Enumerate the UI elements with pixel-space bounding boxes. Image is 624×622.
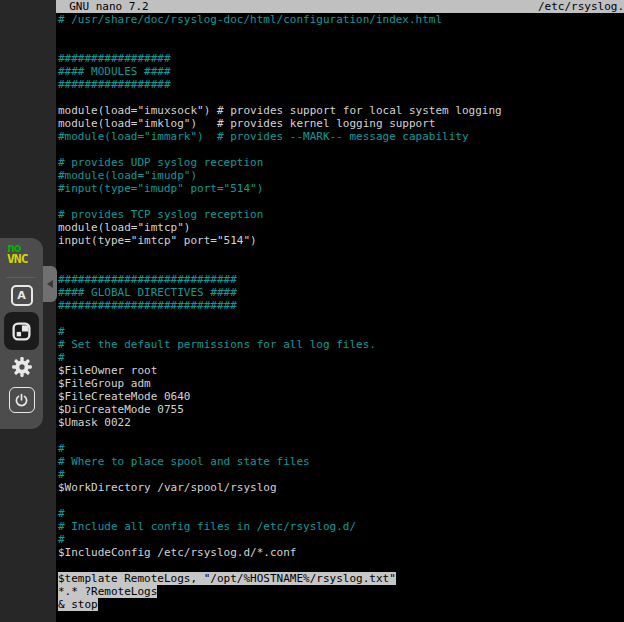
editor-line[interactable] <box>58 195 624 208</box>
vnc-terminal-screen[interactable]: GNU nano 7.2 /etc/rsyslog. # /usr/share/… <box>56 0 624 622</box>
nano-file-path: /etc/rsyslog. <box>538 0 624 13</box>
editor-line[interactable]: #### GLOBAL DIRECTIVES #### <box>58 286 624 299</box>
editor-line[interactable]: #input(type="imudp" port="514") <box>58 182 624 195</box>
power-button-border <box>9 387 35 413</box>
editor-line[interactable]: # <box>58 507 624 520</box>
editor-line[interactable]: # <box>58 468 624 481</box>
editor-line[interactable]: module(load="imklog") # provides kernel … <box>58 117 624 130</box>
editor-line[interactable]: # Where to place spool and state files <box>58 455 624 468</box>
editor-line[interactable]: ########################### <box>58 299 624 312</box>
novnc-control-bar: no VNC A <box>0 238 43 429</box>
gear-icon <box>11 356 33 378</box>
nano-titlebar: GNU nano 7.2 /etc/rsyslog. <box>56 0 624 13</box>
keyboard-button[interactable]: A <box>0 283 43 307</box>
novnc-logo-line2: VNC <box>7 253 27 264</box>
toolbar-collapse-handle[interactable] <box>43 266 57 302</box>
settings-button[interactable] <box>0 355 43 379</box>
editor-line[interactable]: # provides UDP syslog reception <box>58 156 624 169</box>
editor-line[interactable]: module(load="imuxsock") # provides suppo… <box>58 104 624 117</box>
fullscreen-active-background <box>4 312 39 350</box>
editor-line[interactable]: ################# <box>58 78 624 91</box>
editor-line[interactable] <box>58 559 624 572</box>
editor-line[interactable]: # <box>58 351 624 364</box>
editor-line[interactable]: # <box>58 533 624 546</box>
editor-line[interactable]: $Umask 0022 <box>58 416 624 429</box>
editor-line[interactable] <box>58 143 624 156</box>
power-icon <box>13 392 30 409</box>
editor-line[interactable] <box>58 39 624 52</box>
editor-lines: # /usr/share/doc/rsyslog-doc/html/config… <box>56 13 624 611</box>
editor-line[interactable] <box>58 312 624 325</box>
editor-line[interactable]: input(type="imtcp" port="514") <box>58 234 624 247</box>
toolbar-separator <box>6 277 36 278</box>
editor-line[interactable]: #module(load="immark") # provides --MARK… <box>58 130 624 143</box>
editor-line[interactable]: & stop <box>58 598 624 611</box>
editor-line[interactable]: # <box>58 442 624 455</box>
editor-line[interactable] <box>58 429 624 442</box>
editor-line[interactable]: # /usr/share/doc/rsyslog-doc/html/config… <box>58 13 624 26</box>
editor-line[interactable]: $FileOwner root <box>58 364 624 377</box>
fullscreen-button[interactable] <box>0 312 43 350</box>
editor-line[interactable]: module(load="imtcp") <box>58 221 624 234</box>
power-button[interactable] <box>0 386 43 414</box>
editor-line[interactable]: $FileGroup adm <box>58 377 624 390</box>
collapse-arrow-icon <box>47 280 53 288</box>
editor-line[interactable]: $WorkDirectory /var/spool/rsyslog <box>58 481 624 494</box>
keyboard-a-icon: A <box>11 285 33 306</box>
editor-line[interactable]: $template RemoteLogs, "/opt/%HOSTNAME%/r… <box>58 572 624 585</box>
nano-app-title: GNU nano 7.2 <box>56 0 149 13</box>
editor-line[interactable] <box>58 91 624 104</box>
editor-line[interactable] <box>58 247 624 260</box>
novnc-logo: no VNC <box>7 242 27 264</box>
editor-line[interactable] <box>58 494 624 507</box>
page-root: { "window": { "titlebar": { "app_title":… <box>0 0 624 622</box>
editor-line[interactable]: # provides TCP syslog reception <box>58 208 624 221</box>
fullscreen-icon <box>11 321 32 342</box>
editor-line[interactable]: # <box>58 325 624 338</box>
editor-line[interactable]: #### MODULES #### <box>58 65 624 78</box>
editor-line[interactable]: # Include all config files in /etc/rsysl… <box>58 520 624 533</box>
editor-line[interactable]: $FileCreateMode 0640 <box>58 390 624 403</box>
editor-line[interactable]: $IncludeConfig /etc/rsyslog.d/*.conf <box>58 546 624 559</box>
editor-line[interactable]: ################# <box>58 52 624 65</box>
editor-line[interactable] <box>58 260 624 273</box>
editor-line[interactable]: #module(load="imudp") <box>58 169 624 182</box>
editor-line[interactable]: *.* ?RemoteLogs <box>58 585 624 598</box>
editor-line[interactable] <box>58 26 624 39</box>
editor-line[interactable]: ########################### <box>58 273 624 286</box>
editor-line[interactable]: $DirCreateMode 0755 <box>58 403 624 416</box>
editor-line[interactable]: # Set the default permissions for all lo… <box>58 338 624 351</box>
